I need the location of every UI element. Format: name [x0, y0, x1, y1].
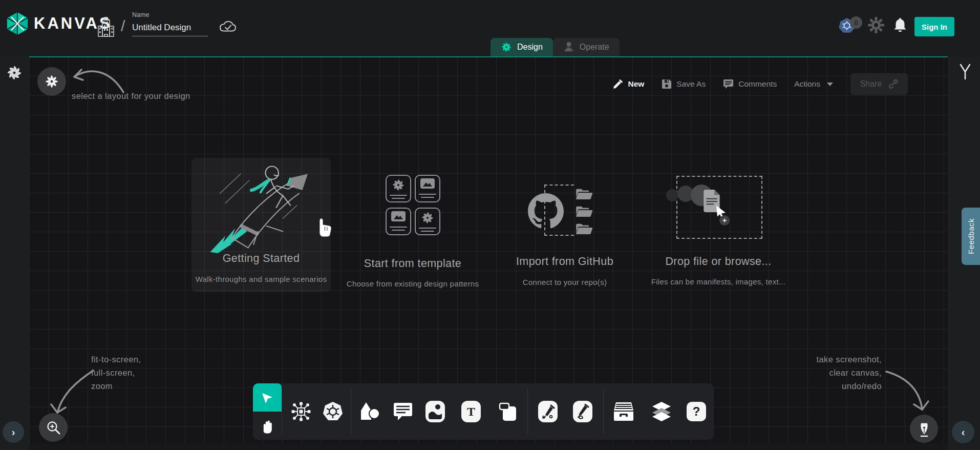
- fountain-pen-nib-icon: [916, 420, 932, 438]
- template-tile-image-2: [386, 208, 411, 235]
- getting-started-subtitle: Walk-throughs and sample scenarios: [186, 275, 336, 283]
- circuit-icon: [291, 401, 311, 422]
- collapse-right-panel-button[interactable]: ‹: [952, 421, 974, 443]
- hand-cursor-icon: [313, 213, 335, 238]
- image-tool[interactable]: [424, 400, 446, 423]
- share-label: Share: [860, 79, 882, 89]
- tab-operate-label: Operate: [580, 43, 609, 52]
- cloud-sync-icon: [217, 19, 238, 35]
- hand-icon: [260, 418, 274, 434]
- layout-button[interactable]: [37, 67, 66, 96]
- text-tool-box: T: [461, 401, 481, 422]
- comment-bubble-icon: [393, 402, 413, 421]
- notifications-bell-icon[interactable]: [892, 16, 908, 34]
- comments-icon: [723, 79, 734, 89]
- template-spiral-icon-2: [421, 211, 434, 224]
- note-tool[interactable]: [497, 400, 519, 423]
- design-name-input[interactable]: [132, 22, 208, 36]
- tab-design[interactable]: Design: [491, 38, 553, 56]
- feedback-tab[interactable]: Feedback: [962, 208, 980, 265]
- pencil-sketch-icon: [576, 404, 590, 419]
- design-name-field: Name: [132, 11, 209, 36]
- kubernetes-context-button[interactable]: 0: [839, 17, 862, 36]
- github-title: Import from GitHub: [489, 255, 641, 268]
- chevron-down-icon: [827, 83, 833, 86]
- toolbar-divider: [351, 388, 351, 435]
- actions-hint-line-2: clear canvas,: [742, 366, 882, 379]
- toolbar-divider: [603, 388, 604, 435]
- text-tool[interactable]: T: [460, 400, 482, 423]
- pan-hand-tool[interactable]: [253, 412, 282, 440]
- save-as-button[interactable]: Save As: [662, 79, 706, 89]
- pen-tool-box: [538, 401, 558, 422]
- share-button[interactable]: Share: [850, 73, 908, 95]
- pencil-icon: [613, 79, 623, 89]
- image-icon: [428, 403, 443, 420]
- template-subtitle: Choose from existing design patterns: [338, 279, 487, 288]
- select-tool[interactable]: [253, 383, 282, 412]
- breadcrumb-separator: /: [121, 17, 125, 35]
- rocket-illustration: [200, 162, 323, 254]
- repo-folder-icon-3: [574, 221, 594, 235]
- actions-hint-text: take screenshot, clear canvas, undo/redo: [742, 353, 882, 393]
- operate-headset-icon: [563, 41, 574, 53]
- zoom-hint-text: fit-to-screen, full-screen, zoom: [91, 353, 141, 393]
- help-glyph: ?: [693, 404, 700, 419]
- new-label: New: [628, 79, 644, 89]
- getting-started-card[interactable]: [191, 158, 331, 292]
- template-title: Start from template: [338, 257, 487, 270]
- note-icon: [498, 401, 518, 422]
- meshery-spiral-icon[interactable]: [6, 65, 23, 81]
- drop-trail-circle-1: [666, 189, 678, 201]
- magnifier-plus-icon: [46, 420, 61, 435]
- design-canvas[interactable]: New Save As Comments Actions: [29, 56, 948, 444]
- kubernetes-wheel-icon: [322, 401, 344, 422]
- github-icon: [528, 193, 564, 229]
- actions-hint-line-3: undo/redo: [742, 379, 882, 393]
- left-rail: ›: [0, 56, 29, 450]
- app-header: KANVAS / Name: [0, 0, 980, 56]
- layout-flower-icon: [45, 74, 59, 89]
- drawer-icon: [613, 401, 634, 422]
- canvas-toolbar: New Save As Comments Actions: [613, 73, 908, 95]
- shapes-tool[interactable]: [358, 400, 381, 423]
- drop-title: Drop file or browse...: [643, 255, 794, 268]
- design-name-label: Name: [132, 11, 209, 18]
- github-subtitle: Connect to your repo(s): [489, 278, 641, 287]
- chevron-right-icon: ›: [12, 427, 15, 437]
- gear-icon[interactable]: [867, 16, 885, 34]
- organization-icon[interactable]: [96, 17, 116, 39]
- design-spiral-icon: [501, 42, 512, 53]
- getting-started-title: Getting Started: [191, 252, 331, 265]
- zoom-hint-line-3: zoom: [91, 379, 141, 393]
- save-icon: [662, 79, 672, 89]
- pen-tool[interactable]: [537, 400, 559, 423]
- kubernetes-tool[interactable]: [322, 400, 344, 423]
- layers-icon: [651, 401, 672, 422]
- sign-in-button[interactable]: Sign In: [914, 17, 954, 36]
- link-icon: [888, 79, 898, 89]
- help-tool-box: ?: [687, 402, 706, 421]
- template-image-icon-2: [391, 211, 406, 222]
- tab-operate[interactable]: Operate: [553, 38, 620, 56]
- component-tool[interactable]: [290, 400, 312, 423]
- annotate-pen-button[interactable]: [910, 415, 938, 443]
- mode-tabs: Design Operate: [491, 38, 620, 56]
- save-as-label: Save As: [676, 79, 706, 89]
- feedback-label: Feedback: [967, 218, 975, 254]
- sketch-tool[interactable]: [571, 400, 594, 423]
- template-tile-image: [415, 175, 440, 202]
- drawer-tool[interactable]: [612, 400, 635, 423]
- merge-handle-icon[interactable]: [957, 63, 973, 81]
- text-tool-glyph: T: [467, 405, 475, 419]
- kanvas-logo-icon: [6, 11, 29, 36]
- cursor-arrow-icon: [261, 391, 274, 404]
- new-button[interactable]: New: [613, 79, 644, 89]
- help-tool[interactable]: ?: [685, 400, 708, 423]
- comments-button[interactable]: Comments: [723, 79, 777, 89]
- comment-tool[interactable]: [392, 400, 414, 423]
- layers-tool[interactable]: [650, 400, 673, 423]
- actions-dropdown[interactable]: Actions: [794, 79, 833, 89]
- expand-left-panel-button[interactable]: ›: [3, 421, 24, 443]
- image-tool-box: [425, 401, 445, 422]
